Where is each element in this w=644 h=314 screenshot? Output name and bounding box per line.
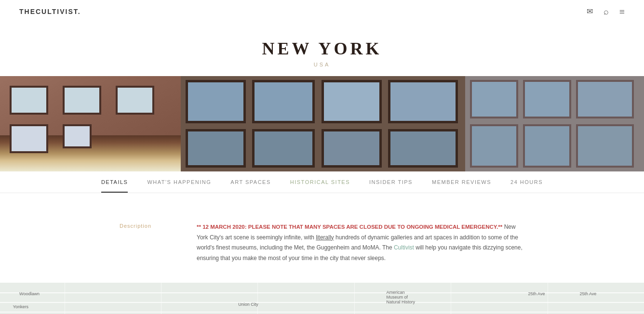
underline-literally: literally — [316, 234, 334, 241]
map-road — [354, 283, 355, 314]
menu-icon[interactable] — [619, 7, 625, 16]
tab-24-hours[interactable]: 24 HOURS — [510, 179, 543, 193]
map-label-union-city: Union City — [238, 302, 258, 307]
cultivist-link[interactable]: Cultivist — [394, 244, 414, 251]
header: THECULTIVIST. — [0, 0, 644, 23]
site-logo[interactable]: THECULTIVIST. — [19, 8, 81, 15]
search-icon[interactable] — [604, 7, 609, 16]
map-label-american-museum: AmericanMuseum ofNatural History — [387, 290, 416, 304]
map-road — [451, 283, 451, 314]
city-title: NEW YORK — [0, 39, 644, 59]
map-label-25th-ave-2: 25th Ave — [579, 291, 596, 296]
map-road — [161, 283, 161, 314]
tab-art-spaces[interactable]: ART SPACES — [230, 179, 270, 193]
map-label-yonkers: Yonkers — [13, 304, 28, 309]
header-icons — [587, 7, 625, 16]
tab-member-reviews[interactable]: MEMBER REVIEWS — [432, 179, 491, 193]
content-section: Description ** 12 MARCH 2020: PLEASE NOT… — [100, 222, 544, 263]
tab-insider-tips[interactable]: INSIDER TIPS — [369, 179, 413, 193]
title-section: NEW YORK USA — [0, 23, 644, 76]
logo-prefix: THE — [19, 8, 36, 15]
tab-details[interactable]: DETAILS — [101, 179, 128, 193]
map-label-woodlawn: Woodlawn — [19, 291, 40, 296]
map-road — [65, 283, 65, 314]
hero-image — [0, 76, 644, 171]
description-body: ** 12 MARCH 2020: PLEASE NOTE THAT MANY … — [197, 222, 524, 263]
map-road — [548, 283, 548, 314]
description-label: Description — [120, 222, 168, 263]
tab-historical-sites[interactable]: HISTORICAL SITES — [290, 179, 350, 193]
tab-whats-happening[interactable]: WHAT'S HAPPENING — [147, 179, 211, 193]
mail-icon[interactable] — [587, 8, 593, 15]
map-background: Yonkers Union City AmericanMuseum ofNatu… — [0, 283, 644, 314]
nav-tabs: DETAILS WHAT'S HAPPENING ART SPACES HIST… — [0, 171, 644, 193]
logo-brand: CULTIVIST — [36, 8, 78, 15]
map-label-25th-ave-1: 25th Ave — [528, 291, 545, 296]
map-section: Yonkers Union City AmericanMuseum ofNatu… — [0, 283, 644, 314]
map-road — [257, 283, 258, 314]
logo-suffix: . — [78, 8, 81, 15]
country-subtitle: USA — [0, 62, 644, 67]
alert-text: ** 12 MARCH 2020: PLEASE NOTE THAT MANY … — [197, 224, 502, 230]
